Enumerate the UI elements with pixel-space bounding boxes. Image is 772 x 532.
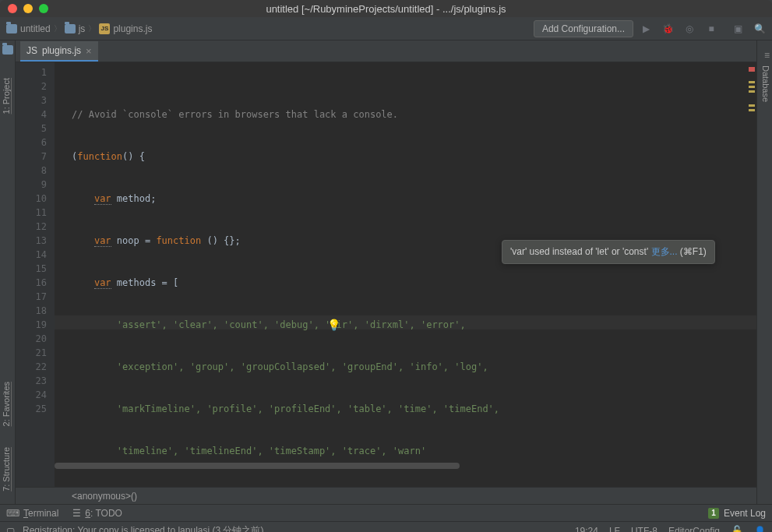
code-viewport[interactable]: 1234567891011121314151617181920212223242… <box>16 62 756 487</box>
status-message: Registration: Your copy is licensed to l… <box>23 524 263 532</box>
tooltip-message: 'var' used instead of 'let' or 'const' <box>510 246 651 257</box>
run-with-coverage-icon[interactable]: ◎ <box>683 23 696 35</box>
tooltip-shortcut: (⌘F1) <box>678 246 707 257</box>
line-number[interactable]: 14 <box>16 248 47 262</box>
error-stripe[interactable] <box>747 62 755 487</box>
warning-marker[interactable] <box>749 90 755 93</box>
close-tab-icon[interactable]: × <box>86 45 92 57</box>
folder-icon <box>65 24 76 33</box>
favorites-tool-button[interactable]: 2: Favorites <box>2 382 11 426</box>
stop-icon[interactable]: ■ <box>705 23 717 35</box>
line-number[interactable]: 15 <box>16 262 47 276</box>
memory-icon[interactable]: 👤 <box>754 526 766 533</box>
line-number[interactable]: 23 <box>16 374 47 388</box>
status-bar: ▢ Registration: Your copy is licensed to… <box>0 521 772 532</box>
error-marker[interactable] <box>749 67 755 72</box>
line-number[interactable]: 22 <box>16 360 47 374</box>
editorconfig-indicator[interactable]: EditorConfig <box>668 526 720 533</box>
event-count-badge[interactable]: 1 <box>708 508 719 519</box>
intention-bulb-icon[interactable]: 💡 <box>327 319 340 331</box>
warning-marker[interactable] <box>749 104 755 107</box>
debug-icon[interactable]: 🐞 <box>661 23 674 35</box>
js-file-icon: JS <box>26 45 37 56</box>
main-area: 1: Project 2: Favorites 7: Structure JS … <box>0 41 772 504</box>
right-tool-stripe: ≡ Database <box>756 41 772 504</box>
file-encoding[interactable]: UTF-8 <box>631 526 657 533</box>
line-number[interactable]: 12 <box>16 220 47 234</box>
code-content[interactable]: // Avoid `console` errors in browsers th… <box>55 62 756 487</box>
line-number[interactable]: 11 <box>16 206 47 220</box>
line-number[interactable]: 25 <box>16 402 47 416</box>
terminal-tool-button[interactable]: ⌨ Terminal <box>6 508 58 519</box>
breadcrumb-folder[interactable]: js <box>79 23 86 34</box>
database-tool-icon[interactable]: ≡ <box>764 50 770 61</box>
warning-marker[interactable] <box>749 81 755 83</box>
chevron-right-icon: 〉 <box>54 23 62 34</box>
editor: JS plugins.js × 123456789101112131415161… <box>16 41 756 504</box>
tool-windows-icon[interactable]: ▢ <box>6 526 15 533</box>
folder-icon <box>6 24 17 33</box>
line-number[interactable]: 24 <box>16 388 47 402</box>
horizontal-scrollbar[interactable] <box>55 462 749 470</box>
breadcrumbs-bar[interactable]: <anonymous>() <box>16 487 756 504</box>
chevron-right-icon: 〉 <box>88 23 96 34</box>
navigation-bar: untitled 〉 js 〉 JS plugins.js Add Config… <box>0 17 772 41</box>
inspection-tooltip[interactable]: 'var' used instead of 'let' or 'const' 更… <box>502 240 715 264</box>
project-tool-icon[interactable] <box>2 45 13 55</box>
line-number[interactable]: 13 <box>16 234 47 248</box>
line-number[interactable]: 7 <box>16 150 47 164</box>
caret-position[interactable]: 19:24 <box>575 526 598 533</box>
code-line: // Avoid `console` errors in browsers th… <box>72 109 398 120</box>
line-number[interactable]: 3 <box>16 93 47 107</box>
line-number[interactable]: 10 <box>16 192 47 206</box>
project-tool-button[interactable]: 1: Project <box>2 78 11 114</box>
line-number[interactable]: 16 <box>16 276 47 290</box>
js-file-icon: JS <box>99 23 110 34</box>
breadcrumb-scope[interactable]: <anonymous>() <box>72 491 137 502</box>
line-number[interactable]: 4 <box>16 107 47 122</box>
tab-plugins-js[interactable]: JS plugins.js × <box>20 41 98 62</box>
tooltip-more-link[interactable]: 更多... <box>651 246 678 257</box>
window-title: untitled [~/RubymineProjects/untitled] -… <box>0 3 772 15</box>
line-number[interactable]: 20 <box>16 332 47 346</box>
minimize-window-button[interactable] <box>23 4 33 13</box>
titlebar: untitled [~/RubymineProjects/untitled] -… <box>0 0 772 17</box>
line-number[interactable]: 5 <box>16 122 47 136</box>
lock-icon[interactable]: 🔓 <box>731 525 743 532</box>
line-number[interactable]: 18 <box>16 304 47 318</box>
close-window-button[interactable] <box>8 4 17 13</box>
todo-icon: ☰ <box>72 508 81 519</box>
todo-tool-button[interactable]: ☰ 6: TODO <box>72 508 122 519</box>
line-number[interactable]: 17 <box>16 290 47 304</box>
terminal-icon: ⌨ <box>6 508 19 519</box>
breadcrumb-project[interactable]: untitled <box>20 23 51 34</box>
database-tool-button[interactable]: Database <box>761 65 770 102</box>
run-icon[interactable]: ▶ <box>640 23 652 35</box>
line-number[interactable]: 21 <box>16 346 47 360</box>
search-everywhere-icon[interactable]: 🔍 <box>753 23 766 35</box>
structure-tool-button[interactable]: 7: Structure <box>2 447 11 491</box>
editor-tabs: JS plugins.js × <box>16 41 756 62</box>
tab-label: plugins.js <box>42 45 81 56</box>
layout-icon[interactable]: ▣ <box>731 23 744 35</box>
scrollbar-thumb[interactable] <box>55 463 460 469</box>
breadcrumb[interactable]: untitled 〉 js 〉 JS plugins.js <box>6 23 534 34</box>
breadcrumb-file[interactable]: plugins.js <box>113 23 152 34</box>
event-log-button[interactable]: Event Log <box>724 508 766 519</box>
line-number[interactable]: 1 <box>16 65 47 79</box>
line-number[interactable]: 19 <box>16 318 47 332</box>
line-number[interactable]: 6 <box>16 136 47 150</box>
warning-marker[interactable] <box>749 86 755 88</box>
line-number[interactable]: 8 <box>16 164 47 178</box>
maximize-window-button[interactable] <box>39 4 48 13</box>
line-number[interactable]: 9 <box>16 178 47 192</box>
line-number[interactable]: 2 <box>16 79 47 93</box>
add-configuration-button[interactable]: Add Configuration... <box>534 20 633 37</box>
bottom-tool-stripe: ⌨ Terminal ☰ 6: TODO 1 Event Log <box>0 504 772 521</box>
gutter[interactable]: 1234567891011121314151617181920212223242… <box>16 62 55 487</box>
line-separator[interactable]: LF <box>609 526 620 533</box>
